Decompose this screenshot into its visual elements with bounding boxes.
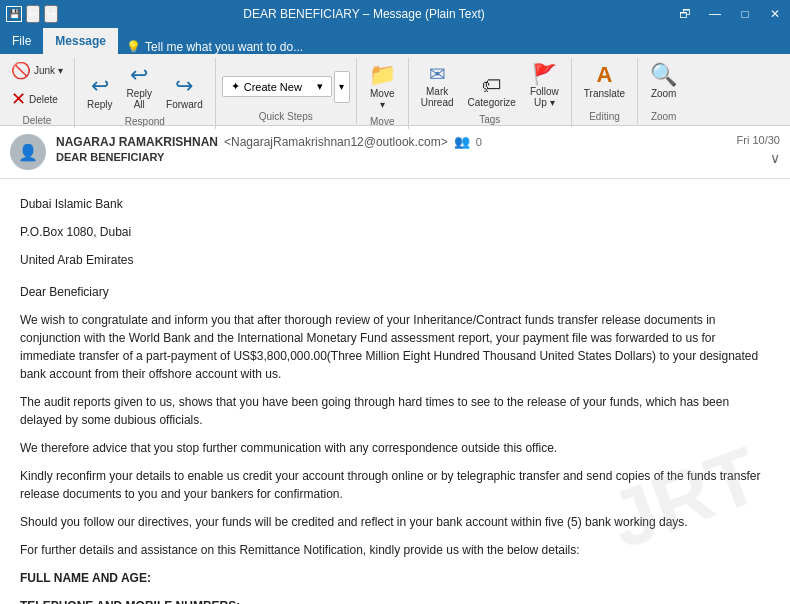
save-icon: 💾 — [9, 9, 20, 19]
fields-section: FULL NAME AND AGE: TELEPHONE AND MOBILE … — [20, 569, 770, 604]
tab-message[interactable]: Message — [43, 28, 118, 54]
ribbon: 🚫 Junk ▾ ✕ Delete Delete ↩ Reply ↩ Reply… — [0, 54, 790, 126]
lightbulb-icon: 💡 — [126, 40, 141, 54]
tags-buttons: ✉ MarkUnread 🏷 Categorize 🚩 FollowUp ▾ — [415, 58, 565, 112]
follow-up-label: FollowUp ▾ — [530, 86, 559, 108]
forward-button[interactable]: ↪ Forward — [160, 69, 209, 114]
avatar: 👤 — [10, 134, 46, 170]
expand-button[interactable]: ∨ — [770, 150, 780, 166]
body-para6: For further details and assistance on th… — [20, 541, 770, 559]
zoom-icon: 🔍 — [650, 62, 677, 88]
sender-name: NAGARAJ RAMAKRISHNAN — [56, 135, 218, 149]
reply-all-icon: ↩ — [130, 62, 148, 88]
reply-icon: ↩ — [91, 73, 109, 99]
mail-body: Dubai Islamic Bank P.O.Box 1080, Dubai U… — [0, 179, 790, 604]
editing-group-label: Editing — [589, 111, 620, 124]
titlebar: 💾 ↩ ↪ DEAR BENEFICIARY – Message (Plain … — [0, 0, 790, 28]
junk-label: Junk ▾ — [34, 65, 63, 76]
mark-unread-label: MarkUnread — [421, 86, 454, 108]
collapse-button[interactable]: 🗗 — [670, 0, 700, 28]
create-new-label: Create New — [244, 81, 302, 93]
body-para2: The audit reports given to us, shows tha… — [20, 393, 770, 429]
forward-label: Forward — [166, 99, 203, 110]
translate-button[interactable]: A Translate — [578, 58, 631, 103]
ribbon-group-quick-steps: ✦ Create New ▾ ▾ Quick Steps — [216, 58, 357, 124]
reply-label: Reply — [87, 99, 113, 110]
zoom-button[interactable]: 🔍 Zoom — [644, 58, 683, 103]
minimize-button[interactable]: — — [700, 0, 730, 28]
reply-all-label: ReplyAll — [126, 88, 152, 110]
mail-header: 👤 NAGARAJ RAMAKRISHNAN <NagarajRamakrish… — [0, 126, 790, 179]
dropdown-arrow: ▾ — [317, 80, 323, 93]
mail-meta: NAGARAJ RAMAKRISHNAN <NagarajRamakrishna… — [56, 134, 737, 163]
translate-icon: A — [597, 62, 613, 88]
categorize-button[interactable]: 🏷 Categorize — [462, 70, 522, 112]
sender-email: <NagarajRamakrishnan12@outlook.com> — [224, 135, 448, 149]
ribbon-group-move: 📁 Move▾ Move — [357, 58, 409, 129]
field-phone: TELEPHONE AND MOBILE NUMBERS: — [20, 597, 770, 604]
salutation: Dear Beneficiary — [20, 283, 770, 301]
mail-area: 👤 NAGARAJ RAMAKRISHNAN <NagarajRamakrish… — [0, 126, 790, 604]
quick-steps-more-button[interactable]: ▾ — [334, 71, 350, 103]
reply-all-button[interactable]: ↩ ReplyAll — [120, 58, 158, 114]
categorize-label: Categorize — [468, 97, 516, 108]
email-date: Fri 10/30 — [737, 134, 780, 146]
bank-name: Dubai Islamic Bank — [20, 195, 770, 213]
maximize-button[interactable]: □ — [730, 0, 760, 28]
move-icon: 📁 — [369, 62, 396, 88]
email-subject: DEAR BENEFICIARY — [56, 151, 737, 163]
translate-label: Translate — [584, 88, 625, 99]
plus-icon: ✦ — [231, 80, 240, 93]
zoom-buttons: 🔍 Zoom — [644, 58, 683, 103]
editing-buttons: A Translate — [578, 58, 631, 103]
ribbon-group-editing: A Translate Editing — [572, 58, 638, 124]
junk-button[interactable]: 🚫 Junk ▾ — [6, 58, 68, 83]
respond-group-label: Respond — [125, 116, 165, 129]
po-box: P.O.Box 1080, Dubai — [20, 223, 770, 241]
delete-icon: ✕ — [11, 88, 26, 110]
junk-icon: 🚫 — [11, 61, 31, 80]
body-para1: We wish to congratulate and inform you t… — [20, 311, 770, 383]
body-para5: Should you follow our directives, your f… — [20, 513, 770, 531]
avatar-icon: 👤 — [18, 143, 38, 162]
delete-group-label: Delete — [23, 115, 52, 128]
titlebar-left: 💾 ↩ ↪ — [0, 5, 58, 23]
ribbon-group-tags: ✉ MarkUnread 🏷 Categorize 🚩 FollowUp ▾ T… — [409, 58, 572, 127]
tell-me-text: Tell me what you want to do... — [145, 40, 303, 54]
titlebar-title-section: DEAR BENEFICIARY – Message (Plain Text) — [58, 7, 670, 21]
ribbon-group-respond: ↩ Reply ↩ ReplyAll ↪ Forward Respond — [75, 58, 216, 129]
window-title: DEAR BENEFICIARY – Message (Plain Text) — [243, 7, 484, 21]
follow-up-button[interactable]: 🚩 FollowUp ▾ — [524, 58, 565, 112]
zoom-group-label: Zoom — [651, 111, 677, 124]
ribbon-group-delete: 🚫 Junk ▾ ✕ Delete Delete — [0, 58, 75, 128]
move-button[interactable]: 📁 Move▾ — [363, 58, 402, 114]
undo-button[interactable]: ↩ — [26, 5, 40, 23]
tell-me-bar[interactable]: 💡 Tell me what you want to do... — [118, 40, 790, 54]
categorize-icon: 🏷 — [482, 74, 502, 97]
reply-button[interactable]: ↩ Reply — [81, 69, 119, 114]
move-group-label: Move — [370, 116, 394, 129]
country: United Arab Emirates — [20, 251, 770, 269]
field-name: FULL NAME AND AGE: — [20, 569, 770, 587]
window-controls: 🗗 — □ ✕ — [670, 0, 790, 28]
quick-steps-label: Quick Steps — [259, 111, 313, 124]
forward-icon: ↪ — [175, 73, 193, 99]
respond-buttons: ↩ Reply ↩ ReplyAll ↪ Forward — [81, 58, 209, 114]
mark-unread-icon: ✉ — [429, 62, 446, 86]
mark-unread-button[interactable]: ✉ MarkUnread — [415, 58, 460, 112]
people-count: 0 — [476, 136, 482, 148]
close-button[interactable]: ✕ — [760, 0, 790, 28]
ribbon-tabs-bar: File Message 💡 Tell me what you want to … — [0, 28, 790, 54]
tab-file[interactable]: File — [0, 28, 43, 54]
people-icon: 👥 — [454, 134, 470, 149]
body-para3: We therefore advice that you stop furthe… — [20, 439, 770, 457]
delete-label: Delete — [29, 94, 58, 105]
delete-buttons: 🚫 Junk ▾ ✕ Delete — [6, 58, 68, 113]
move-label: Move▾ — [370, 88, 394, 110]
redo-button[interactable]: ↪ — [44, 5, 58, 23]
create-new-button[interactable]: ✦ Create New ▾ — [222, 76, 332, 97]
delete-button[interactable]: ✕ Delete — [6, 85, 68, 113]
ribbon-group-zoom: 🔍 Zoom Zoom — [638, 58, 689, 124]
follow-up-icon: 🚩 — [532, 62, 557, 86]
zoom-label: Zoom — [651, 88, 677, 99]
